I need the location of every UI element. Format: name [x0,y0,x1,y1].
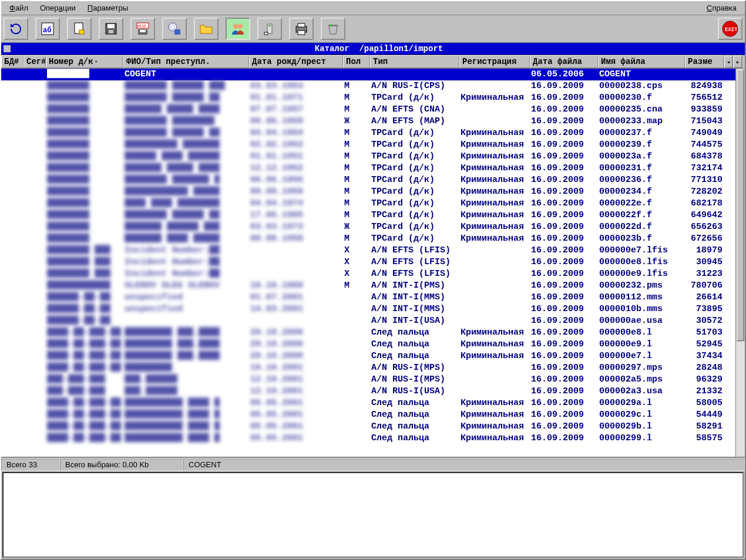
cell: 01.01.1951 [249,151,343,163]
cell: След пальца [370,327,459,339]
table-row[interactable]: ████-██-███-█████████████ ████ █05.05.20… [1,433,735,444]
menu-help[interactable]: Справка [701,2,742,14]
col-size[interactable]: Разме [685,55,724,68]
cell [23,292,46,303]
table-row[interactable]: ████████████OLEROV OLEG OLEROV10.10.1960… [1,280,735,292]
table-row[interactable]: ███-███-██████.██████12.10.2001A/N RUS-I… [1,386,735,397]
table-body[interactable]: ████████COGENT06.05.2006COGENT██████████… [1,69,735,457]
folder-button[interactable] [194,18,219,40]
afis-disk-button[interactable]: AFIS [130,18,155,40]
trash-button[interactable] [321,18,345,40]
table-row[interactable]: ██████-██-██A/N INT-I(USA)16.09.20090000… [1,315,735,327]
catalog-menu-icon[interactable]: ◦ [4,45,11,52]
table-row[interactable]: ██████-██-██unspecified01.07.2001A/N INT… [1,292,735,303]
cell: 16.09.2009 [530,268,598,280]
table-row[interactable]: ████████████ ████ ████████04.04.1974МTPC… [1,198,735,210]
scroll-right-button[interactable]: ▸ [733,55,742,68]
col-fio[interactable]: ФИО/Тип преступл. [123,55,249,68]
cell [1,257,23,268]
table-row[interactable]: ████████████████ ██████ ██17.05.1965МTPC… [1,210,735,221]
table-row[interactable]: ████-██-███-███████████19.10.2001A/N RUS… [1,362,735,374]
table-row[interactable]: ████████████████ ████████09.06.1959ЖA/N … [1,116,735,127]
table-row[interactable]: ████████████████████ █████09.09.1959МTPC… [1,186,735,198]
cell: ██████ ████ ██████ [123,151,249,163]
cell: Криминальная [459,198,530,210]
cell: ████████████ █████ [123,186,249,198]
table-row[interactable]: ██████████████████ ███████02.02.1952МTPC… [1,139,735,151]
table-row[interactable]: ███████████████ ████ █████08.08.1958МTPC… [1,233,735,245]
cell: М [343,198,370,210]
table-row[interactable]: ████████ ███Incident Number:██XA/N EFTS … [1,268,735,280]
cell: Криминальная [459,433,530,444]
people-button[interactable] [226,18,250,40]
table-row[interactable]: ███████████████ ██████ ███03.03.1973ЖTPC… [1,221,735,233]
table-row[interactable]: ██████████████ ████ ██████01.01.1951МTPC… [1,151,735,163]
table-row[interactable]: ████████COGENT06.05.2006COGENT [1,69,735,80]
cell: 00000235.cna [598,104,685,116]
table-row[interactable]: ████-██-███-███████████ ███.████29.10.20… [1,350,735,362]
font-button[interactable]: аб [35,18,60,40]
save-button[interactable] [99,18,123,40]
menu-params[interactable]: Параметры [82,2,134,14]
cell: 16.09.2009 [530,210,598,221]
cell [23,421,46,433]
col-num[interactable]: Номер д/к▾ [46,55,123,68]
cell: 16.09.2009 [530,104,598,116]
tower-button[interactable] [257,18,282,40]
col-type[interactable]: Тип [370,55,459,68]
cell: TPCard (д/к) [370,163,459,174]
col-fdate[interactable]: Дата файла [530,55,598,68]
table-row[interactable]: ███████████████ █████ ████12.12.1962МTPC… [1,163,735,174]
col-reg[interactable]: Регистрация [459,55,530,68]
cell [1,116,23,127]
doc-lock-button[interactable] [67,18,92,40]
table-row[interactable]: ███████████████ █████ ████07.07.1957МA/N… [1,104,735,116]
table-row[interactable]: ████-██-███-█████████████ ████ █05.05.20… [1,421,735,433]
cell: ████-██-███-██ [46,362,123,374]
table-row[interactable]: ████-██-███-█████████████ ████ █05.05.20… [1,409,735,421]
col-date[interactable]: Дата рожд/прест [249,55,343,68]
cell: Криминальная [459,327,530,339]
col-fname[interactable]: Имя файла [598,55,685,68]
cell: 37434 [685,350,724,362]
table-row[interactable]: ██████-██-██unspecified14.03.2001A/N INT… [1,303,735,315]
printer-button[interactable] [289,18,314,40]
table-row[interactable]: ████████████████ ██████ ██01.01.1971МTPC… [1,92,735,104]
svg-rect-3 [79,30,84,34]
cell [1,104,23,116]
cd-export-button[interactable] [162,18,187,40]
table-row[interactable]: ████-██-███-█████████████ ████ █05.05.20… [1,397,735,409]
column-headers: БД# Сег# Номер д/к▾ ФИО/Тип преступл. Да… [1,55,745,69]
menu-operations[interactable]: Операции [34,2,82,14]
cell: Криминальная [459,139,530,151]
scrollbar-track[interactable] [736,342,745,457]
scrollbar-thumb[interactable] [737,69,744,341]
cell [1,80,23,92]
col-seg[interactable]: Сег# [23,55,46,68]
table-row[interactable]: ████-██-███-███████████ ███.████29.10.20… [1,339,735,350]
exit-button[interactable]: EXIT [718,18,742,40]
cell: 12.12.1962 [249,163,343,174]
refresh-button[interactable] [4,18,28,40]
table-row[interactable]: ███-███-██████.██████12.10.2001A/N RUS-I… [1,374,735,386]
cell: TPCard (д/к) [370,186,459,198]
cell: 728202 [685,186,724,198]
cell: ████████ [46,116,123,127]
cell: 16.09.2009 [530,257,598,268]
cell: ████████ [46,221,123,233]
cell: ████-██-███-██ [46,409,123,421]
vertical-scrollbar[interactable] [735,69,745,457]
table-row[interactable]: ████████ ███Incident Number:██XA/N EFTS … [1,245,735,257]
cell: ████████ [46,174,123,186]
table-row[interactable]: ████████████████ ██████ ██04.04.1954МTPC… [1,127,735,139]
sort-indicator-icon: ▾ [95,58,98,65]
col-bd[interactable]: БД# [1,55,23,68]
col-sex[interactable]: Пол [343,55,370,68]
table-row[interactable]: ████-██-███-███████████ ███.████29.10.20… [1,327,735,339]
cell: 000000e8.lfis [598,257,685,268]
table-row[interactable]: ████████ ███Incident Number:██XA/N EFTS … [1,257,735,268]
table-row[interactable]: ████████████████ ██████ ███03.03.1953МA/… [1,80,735,92]
scroll-left-button[interactable]: ◂ [724,55,733,68]
menu-file[interactable]: Файл [4,2,34,14]
table-row[interactable]: ████████████████ ███████ █06.06.1956МTPC… [1,174,735,186]
